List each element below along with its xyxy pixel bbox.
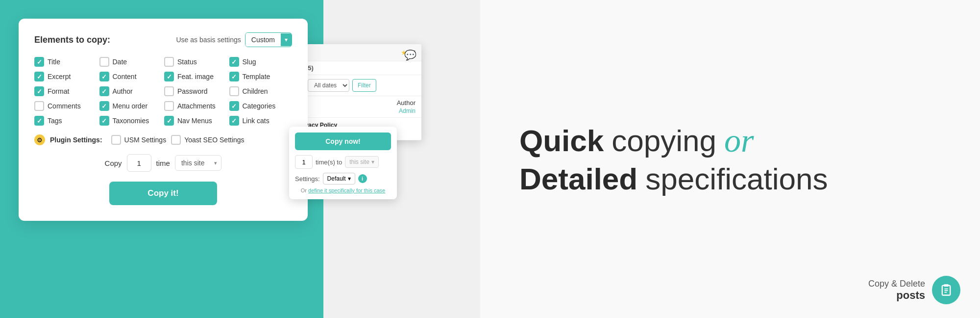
- checkbox-tags[interactable]: Tags: [34, 116, 98, 126]
- custom-dropdown-value: Custom: [245, 33, 281, 47]
- checkbox-excerpt[interactable]: Excerpt: [34, 72, 98, 81]
- right-section: Quick copying or Detailed specifications: [480, 0, 980, 318]
- settings-label: Settings:: [295, 175, 320, 183]
- copy-it-button[interactable]: Copy it!: [109, 182, 217, 205]
- checkbox-format[interactable]: Format: [34, 86, 98, 96]
- checkbox-usm[interactable]: USM Settings: [111, 135, 167, 145]
- or-text: Or: [301, 187, 307, 193]
- checkbox-comments-label: Comments: [48, 102, 81, 110]
- checkbox-categories-check[interactable]: [229, 101, 239, 111]
- checkbox-attachments-label: Attachments: [177, 102, 216, 110]
- checkbox-nav-menus-check[interactable]: [164, 116, 174, 126]
- copy-time-row: Copy time this site ▾: [34, 154, 292, 172]
- copy-now-input[interactable]: [295, 155, 313, 169]
- checkbox-status-check[interactable]: [164, 57, 174, 67]
- checkbox-nav-menus[interactable]: Nav Menus: [164, 116, 227, 126]
- checkbox-status-label: Status: [177, 58, 197, 66]
- checkbox-nav-menus-label: Nav Menus: [177, 117, 212, 125]
- define-link[interactable]: define it specifically for this case: [308, 187, 385, 193]
- filter-button[interactable]: Filter: [352, 79, 376, 92]
- info-icon[interactable]: i: [358, 174, 367, 183]
- checkbox-template-check[interactable]: [229, 72, 239, 81]
- settings-select[interactable]: Default ▾: [323, 173, 355, 185]
- checkbox-taxonomies[interactable]: Taxonomies: [99, 116, 163, 126]
- checkbox-comments-check[interactable]: [34, 101, 44, 111]
- checkbox-attachments[interactable]: Attachments: [164, 101, 227, 111]
- checkbox-link-cats[interactable]: Link cats: [229, 116, 293, 126]
- checkbox-comments[interactable]: Comments: [34, 101, 98, 111]
- checkbox-title[interactable]: Title: [34, 57, 98, 67]
- site-chevron-icon[interactable]: ▾: [210, 157, 221, 170]
- custom-dropdown[interactable]: Custom ▾: [245, 32, 292, 47]
- time-label: time: [156, 159, 170, 167]
- checkbox-feat-image[interactable]: Feat. image: [164, 72, 227, 81]
- elements-panel: Elements to copy: Use as basis settings …: [19, 19, 308, 221]
- admin-link[interactable]: Admin: [399, 107, 416, 114]
- checkbox-feat-image-check[interactable]: [164, 72, 174, 81]
- times-to-label: time(s) to: [316, 159, 342, 166]
- basis-settings: Use as basis settings Custom ▾: [176, 32, 292, 47]
- checkbox-usm-label: USM Settings: [124, 136, 167, 144]
- checkbox-menu-order[interactable]: Menu order: [99, 101, 163, 111]
- checkboxes-grid: Title Date Status Slug Excerpt Content: [34, 57, 292, 126]
- clipboard-icon: [932, 276, 960, 304]
- this-site-chevron: ▾: [371, 159, 374, 165]
- define-link-row: Or define it specifically for this case: [295, 187, 391, 193]
- checkbox-categories-label: Categories: [243, 102, 276, 110]
- checkbox-children[interactable]: Children: [229, 86, 293, 96]
- copy-label: Copy: [105, 159, 122, 167]
- checkbox-menu-order-label: Menu order: [113, 102, 148, 110]
- checkbox-content[interactable]: Content: [99, 72, 163, 81]
- copy-time-input[interactable]: [127, 154, 151, 172]
- checkbox-children-check[interactable]: [229, 86, 239, 96]
- checkbox-excerpt-check[interactable]: [34, 72, 44, 81]
- copy-delete-text: Copy & Delete posts: [868, 279, 925, 302]
- site-dropdown[interactable]: this site ▾: [175, 155, 221, 171]
- checkbox-content-label: Content: [113, 73, 137, 80]
- dates-select[interactable]: All dates: [308, 79, 349, 92]
- checkbox-tags-check[interactable]: [34, 116, 44, 126]
- checkbox-usm-check[interactable]: [111, 135, 121, 145]
- checkbox-template[interactable]: Template: [229, 72, 293, 81]
- checkbox-content-check[interactable]: [99, 72, 109, 81]
- copy-delete-line1: Copy & Delete: [868, 279, 925, 289]
- checkbox-slug[interactable]: Slug: [229, 57, 293, 67]
- checkbox-password-label: Password: [177, 87, 207, 95]
- checkbox-title-check[interactable]: [34, 57, 44, 67]
- checkbox-author[interactable]: Author: [99, 86, 163, 96]
- checkbox-yoast-label: Yoast SEO Settings: [184, 136, 244, 144]
- checkbox-menu-order-check[interactable]: [99, 101, 109, 111]
- specifications-text: specifications: [645, 161, 828, 196]
- checkbox-excerpt-label: Excerpt: [48, 73, 71, 80]
- copy-now-row: time(s) to this site ▾: [295, 155, 391, 169]
- checkbox-taxonomies-check[interactable]: [99, 116, 109, 126]
- copy-now-button[interactable]: Copy now!: [295, 132, 391, 150]
- panel-title: Elements to copy:: [34, 35, 110, 45]
- checkbox-yoast-check[interactable]: [171, 135, 181, 145]
- site-dropdown-value: this site: [175, 156, 210, 170]
- checkbox-status[interactable]: Status: [164, 57, 227, 67]
- plugin-settings-row: ⚙ Plugin Settings: USM Settings Yoast SE…: [34, 134, 292, 145]
- checkbox-attachments-check[interactable]: [164, 101, 174, 111]
- checkbox-link-cats-check[interactable]: [229, 116, 239, 126]
- headline-line2: Detailed specifications: [519, 161, 828, 196]
- chevron-down-icon[interactable]: ▾: [281, 33, 292, 46]
- checkbox-author-check[interactable]: [99, 86, 109, 96]
- checkbox-yoast[interactable]: Yoast SEO Settings: [171, 135, 244, 145]
- speech-bubble-icon: 💬: [404, 49, 416, 61]
- checkbox-date-label: Date: [113, 58, 127, 66]
- checkbox-date[interactable]: Date: [99, 57, 163, 67]
- checkbox-date-check[interactable]: [99, 57, 109, 67]
- checkbox-categories[interactable]: Categories: [229, 101, 293, 111]
- or-italic-text: or: [724, 121, 754, 159]
- checkbox-format-check[interactable]: [34, 86, 44, 96]
- settings-row: Settings: Default ▾ i: [295, 173, 391, 185]
- basis-label: Use as basis settings: [176, 36, 241, 44]
- checkbox-format-label: Format: [48, 87, 69, 95]
- checkbox-children-label: Children: [243, 87, 268, 95]
- checkbox-password[interactable]: Password: [164, 86, 227, 96]
- checkbox-password-check[interactable]: [164, 86, 174, 96]
- checkbox-slug-check[interactable]: [229, 57, 239, 67]
- this-site-dropdown[interactable]: this site ▾: [345, 156, 379, 168]
- this-site-value: this site: [349, 159, 369, 165]
